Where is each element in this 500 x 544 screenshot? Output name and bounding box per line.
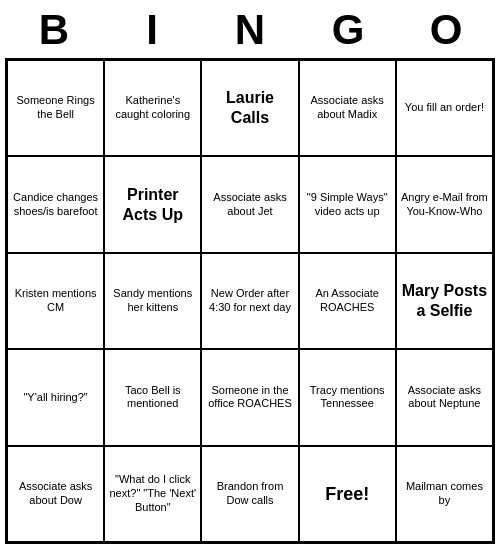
bingo-cell: Associate asks about Neptune [396,349,493,445]
bingo-cell: Katherine's caught coloring [104,60,201,156]
bingo-letter: N [215,6,285,54]
bingo-cell: "Y'all hiring?" [7,349,104,445]
bingo-letter: G [313,6,383,54]
bingo-cell: You fill an order! [396,60,493,156]
bingo-cell: Tracy mentions Tennessee [299,349,396,445]
bingo-cell: Associate asks about Dow [7,446,104,542]
bingo-cell: Laurie Calls [201,60,298,156]
bingo-cell: Associate asks about Jet [201,156,298,252]
bingo-cell: Mary Posts a Selfie [396,253,493,349]
bingo-cell: Kristen mentions CM [7,253,104,349]
bingo-cell: Taco Bell is mentioned [104,349,201,445]
bingo-letter: B [19,6,89,54]
bingo-cell: "What do I click next?" "The 'Next' Butt… [104,446,201,542]
bingo-cell: An Associate ROACHES [299,253,396,349]
bingo-cell: Sandy mentions her kittens [104,253,201,349]
bingo-cell: Someone Rings the Bell [7,60,104,156]
bingo-cell: Mailman comes by [396,446,493,542]
bingo-grid: Someone Rings the BellKatherine's caught… [5,58,495,544]
bingo-cell: Someone in the office ROACHES [201,349,298,445]
bingo-cell: Angry e-Mail from You-Know-Who [396,156,493,252]
bingo-cell: New Order after 4:30 for next day [201,253,298,349]
bingo-title: BINGO [5,0,495,58]
bingo-cell: "9 Simple Ways" video acts up [299,156,396,252]
bingo-cell: Printer Acts Up [104,156,201,252]
bingo-cell: Candice changes shoes/is barefoot [7,156,104,252]
bingo-cell: Associate asks about Madix [299,60,396,156]
bingo-cell: Free! [299,446,396,542]
bingo-cell: Brandon from Dow calls [201,446,298,542]
bingo-letter: I [117,6,187,54]
bingo-letter: O [411,6,481,54]
